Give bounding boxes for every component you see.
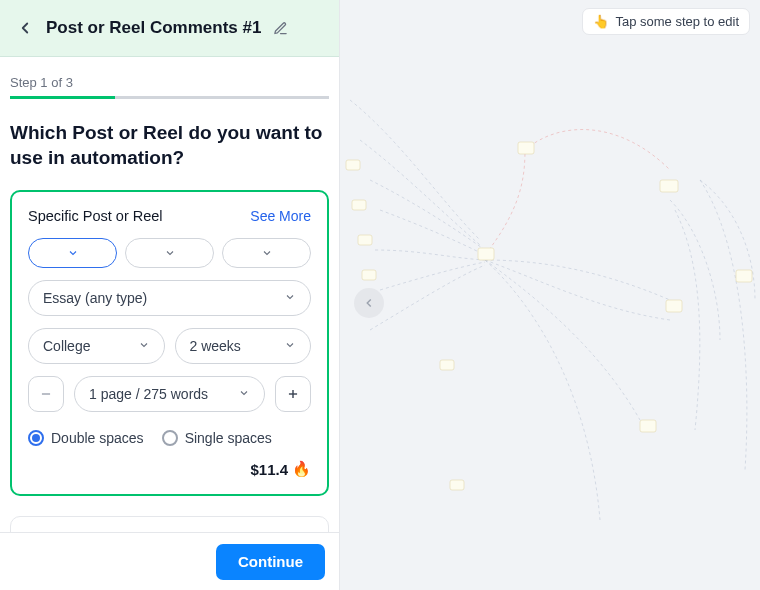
radio-dot-icon — [162, 430, 178, 446]
card-specific-post[interactable]: Specific Post or Reel See More Essay (an… — [10, 190, 329, 496]
svg-rect-6 — [362, 270, 376, 280]
essay-type-value: Essay (any type) — [43, 290, 147, 306]
top-pill-row — [28, 238, 311, 268]
card-head: Specific Post or Reel See More — [28, 208, 311, 224]
flow-graph — [340, 0, 760, 590]
svg-rect-12 — [736, 270, 752, 282]
svg-rect-3 — [346, 160, 360, 170]
svg-rect-8 — [518, 142, 534, 154]
svg-rect-7 — [478, 248, 494, 260]
svg-rect-13 — [440, 360, 454, 370]
pages-select[interactable]: 1 page / 275 words — [74, 376, 265, 412]
svg-rect-4 — [352, 200, 366, 210]
see-more-link[interactable]: See More — [250, 208, 311, 224]
chevron-down-icon — [284, 290, 296, 306]
step-progress — [10, 96, 329, 99]
radio-dot-icon — [28, 430, 44, 446]
page-title: Post or Reel Comments #1 — [46, 18, 261, 38]
radio-single-spaces[interactable]: Single spaces — [162, 430, 272, 446]
svg-rect-9 — [660, 180, 678, 192]
level-value: College — [43, 338, 90, 354]
svg-rect-5 — [358, 235, 372, 245]
sidebar-header: Post or Reel Comments #1 — [0, 0, 339, 57]
chevron-down-icon — [238, 386, 250, 402]
svg-rect-11 — [640, 420, 656, 432]
deadline-select[interactable]: 2 weeks — [175, 328, 312, 364]
radio-double-spaces[interactable]: Double spaces — [28, 430, 144, 446]
chevron-down-icon — [284, 338, 296, 354]
back-icon[interactable] — [16, 19, 34, 37]
radio-label: Single spaces — [185, 430, 272, 446]
chevron-down-icon — [138, 338, 150, 354]
pages-value: 1 page / 275 words — [89, 386, 208, 402]
question-heading: Which Post or Reel do you want to use in… — [10, 121, 329, 170]
svg-rect-14 — [450, 480, 464, 490]
pencil-icon[interactable] — [273, 21, 288, 36]
card-title: Specific Post or Reel — [28, 208, 163, 224]
pages-increment[interactable] — [275, 376, 311, 412]
sidebar: Post or Reel Comments #1 Step 1 of 3 Whi… — [0, 0, 340, 590]
level-select[interactable]: College — [28, 328, 165, 364]
flame-icon: 🔥 — [292, 460, 311, 478]
spacing-radiogroup: Double spaces Single spaces — [28, 430, 311, 446]
pill-option-3[interactable] — [222, 238, 311, 268]
essay-type-select[interactable]: Essay (any type) — [28, 280, 311, 316]
price-value: $11.4 — [250, 461, 288, 478]
pill-option-1[interactable] — [28, 238, 117, 268]
sidebar-footer: Continue — [0, 532, 339, 590]
deadline-value: 2 weeks — [190, 338, 241, 354]
step-label: Step 1 of 3 — [10, 75, 329, 90]
price-row: $11.4 🔥 — [28, 460, 311, 478]
svg-rect-10 — [666, 300, 682, 312]
pages-decrement[interactable] — [28, 376, 64, 412]
pill-option-2[interactable] — [125, 238, 214, 268]
flow-canvas[interactable]: 👆 Tap some step to edit — [340, 0, 760, 590]
card-all-posts[interactable]: All Posts or Reels PRO — [10, 516, 329, 532]
radio-label: Double spaces — [51, 430, 144, 446]
sidebar-scroll[interactable]: Step 1 of 3 Which Post or Reel do you wa… — [0, 57, 339, 532]
continue-button[interactable]: Continue — [216, 544, 325, 580]
